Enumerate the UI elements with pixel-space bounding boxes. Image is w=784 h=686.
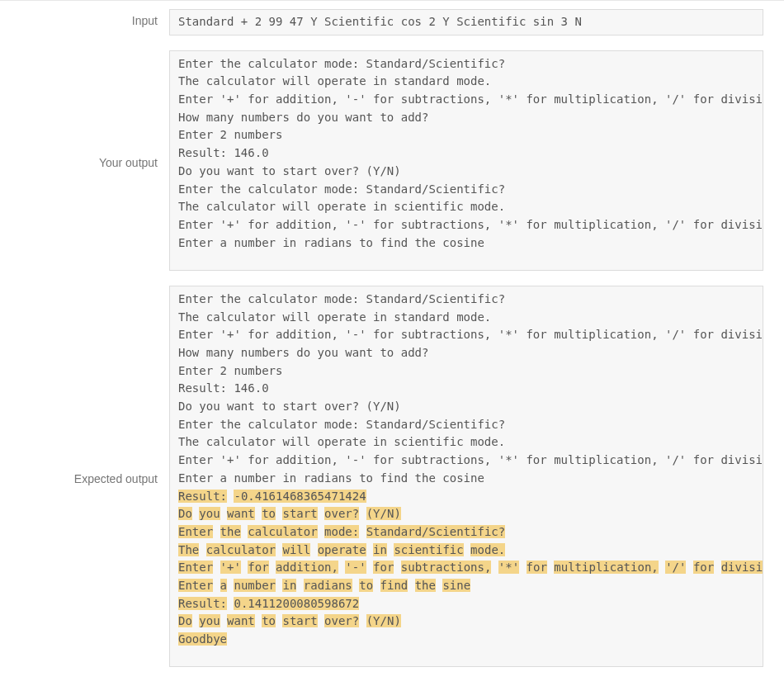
diff-highlight: will (282, 543, 310, 556)
diff-highlight: calculator (206, 543, 276, 556)
input-section: Input Standard + 2 99 47 Y Scientific co… (0, 9, 784, 35)
diff-highlight: (Y/N) (366, 507, 401, 520)
diff-highlight: a (220, 579, 227, 592)
diff-highlight: scientific (394, 543, 463, 556)
output-line: Enter '+' for addition, '-' for subtract… (178, 326, 754, 344)
diff-highlight: division (721, 561, 763, 574)
diff-highlight: mode. (470, 543, 505, 556)
output-line: Result: 146.0 (178, 380, 754, 398)
diff-highlight: operate (318, 543, 366, 556)
output-line: How many numbers do you want to add? (178, 109, 754, 127)
output-line: Enter the calculator mode: Standard/Scie… (178, 181, 754, 199)
output-line: The calculator will operate in scientifi… (178, 542, 754, 560)
diff-highlight: The (178, 543, 199, 556)
your-output-section: Your output Enter the calculator mode: S… (0, 50, 784, 271)
expected-output-box[interactable]: Enter the calculator mode: Standard/Scie… (169, 286, 763, 667)
output-line: Enter the calculator mode: Standard/Scie… (178, 291, 754, 309)
output-line: How many numbers do you want to add? (178, 344, 754, 362)
output-line: Enter 2 numbers (178, 126, 754, 144)
diff-highlight: Enter (178, 561, 213, 574)
top-divider (0, 0, 784, 1)
output-line: Result: 146.0 (178, 144, 754, 163)
diff-highlight: sine (442, 579, 470, 592)
diff-highlight: '/' (665, 561, 686, 574)
diff-highlight: start (282, 614, 317, 627)
output-line: Do you want to start over? (Y/N) (178, 163, 754, 181)
output-line: Do you want to start over? (Y/N) (178, 398, 754, 416)
diff-highlight: in (282, 579, 296, 592)
diff-highlight: in (373, 543, 387, 556)
output-line: The calculator will operate in scientifi… (178, 198, 754, 216)
output-line: Enter the calculator mode: Standard/Scie… (178, 523, 754, 542)
input-label: Input (0, 9, 169, 27)
diff-highlight: the (415, 579, 436, 592)
diff-highlight: Do (178, 507, 192, 520)
diff-highlight: Enter (178, 525, 213, 538)
diff-highlight: 0.1411200080598672 (234, 597, 359, 610)
diff-highlight: -0.4161468365471424 (234, 490, 366, 503)
output-line: Enter a number in radians to find the co… (178, 470, 754, 488)
diff-highlight: '-' (345, 561, 366, 574)
your-output-label: Your output (0, 151, 169, 169)
diff-highlight: addition, (276, 561, 338, 574)
diff-highlight: subtractions, (401, 561, 492, 574)
output-line: The calculator will operate in standard … (178, 73, 754, 91)
output-line: Enter a number in radians to find the co… (178, 234, 754, 253)
diff-highlight: Result: (178, 597, 227, 610)
diff-highlight: you (199, 507, 220, 520)
diff-highlight: want (227, 507, 255, 520)
diff-highlight: to (359, 579, 373, 592)
diff-highlight: you (199, 614, 220, 627)
expected-output-section: Expected output Enter the calculator mod… (0, 286, 784, 667)
output-line: Result: -0.4161468365471424 (178, 488, 754, 506)
output-line: Result: 0.1411200080598672 (178, 595, 754, 613)
diff-highlight: radians (304, 579, 352, 592)
diff-highlight: for (373, 561, 394, 574)
diff-highlight: Enter (178, 579, 213, 592)
diff-highlight: for (248, 561, 268, 574)
diff-highlight: for (527, 561, 547, 574)
diff-highlight: over? (324, 507, 359, 520)
diff-highlight: '*' (498, 561, 519, 574)
diff-highlight: want (227, 614, 255, 627)
diff-highlight: find (380, 579, 409, 592)
diff-highlight: to (262, 614, 276, 627)
output-line: The calculator will operate in standard … (178, 309, 754, 327)
output-line: Enter '+' for addition, '-' for subtract… (178, 91, 754, 109)
diff-highlight: Do (178, 614, 192, 627)
diff-highlight: calculator (248, 525, 317, 538)
output-line: Do you want to start over? (Y/N) (178, 505, 754, 523)
output-line: Enter a number in radians to find the si… (178, 577, 754, 595)
output-line: The calculator will operate in scientifi… (178, 433, 754, 452)
expected-output-label: Expected output (0, 467, 169, 485)
diff-highlight: (Y/N) (366, 614, 401, 627)
your-output-box[interactable]: Enter the calculator mode: Standard/Scie… (169, 50, 763, 271)
diff-highlight: the (220, 525, 241, 538)
output-line: Do you want to start over? (Y/N) (178, 613, 754, 631)
output-line: Enter '+' for addition, '-' for subtract… (178, 452, 754, 470)
output-line: Goodbye (178, 631, 754, 649)
diff-highlight: number (234, 579, 276, 592)
diff-highlight: start (282, 507, 317, 520)
diff-highlight: '+' (220, 561, 241, 574)
output-line: Enter '+' for addition, '-' for subtract… (178, 559, 754, 577)
diff-highlight: Result: (178, 490, 227, 503)
diff-highlight: multiplication, (554, 561, 658, 574)
diff-highlight: Goodbye (178, 632, 227, 646)
input-box[interactable]: Standard + 2 99 47 Y Scientific cos 2 Y … (169, 9, 763, 35)
output-line: Enter the calculator mode: Standard/Scie… (178, 55, 754, 73)
diff-highlight: for (693, 561, 714, 574)
output-line: Enter 2 numbers (178, 362, 754, 381)
diff-highlight: Standard/Scientific? (366, 525, 506, 538)
output-line: Enter the calculator mode: Standard/Scie… (178, 416, 754, 434)
diff-highlight: mode: (324, 525, 359, 538)
output-line: Enter '+' for addition, '-' for subtract… (178, 216, 754, 234)
diff-highlight: over? (324, 614, 359, 627)
diff-highlight: to (262, 507, 276, 520)
